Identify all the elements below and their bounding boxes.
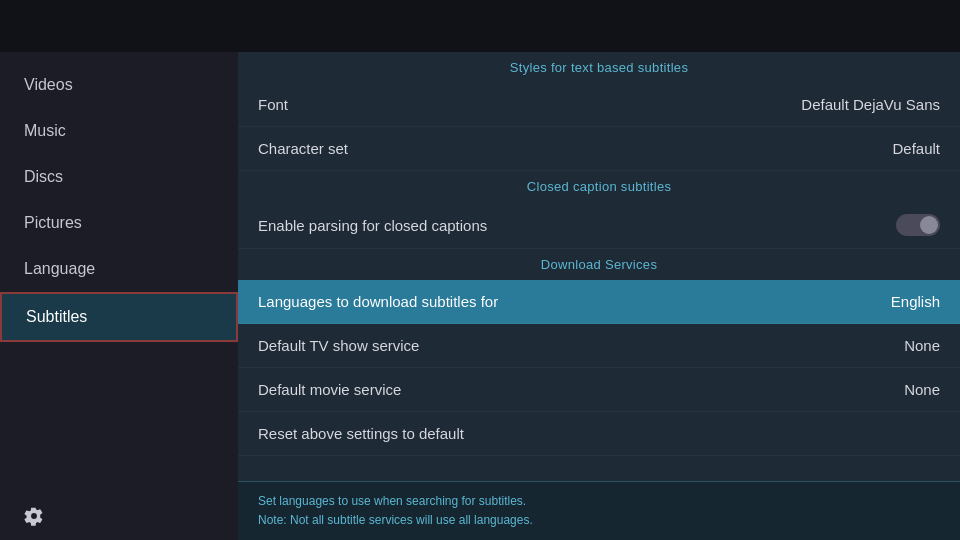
row-label-reset: Reset above settings to default <box>258 425 464 442</box>
sidebar-item-label: Discs <box>24 168 63 186</box>
row-label-languages-download: Languages to download subtitles for <box>258 293 498 310</box>
sidebar-item-language[interactable]: Language <box>0 246 238 292</box>
row-value-default-movie: None <box>904 381 940 398</box>
sidebar-item-videos[interactable]: Videos <box>0 62 238 108</box>
settings-row-character-set[interactable]: Character setDefault <box>238 127 960 171</box>
sidebar: VideosMusicDiscsPicturesLanguageSubtitle… <box>0 52 238 540</box>
sidebar-item-subtitles[interactable]: Subtitles <box>0 292 238 342</box>
settings-row-enable-parsing[interactable]: Enable parsing for closed captions <box>238 202 960 249</box>
settings-row-languages-download[interactable]: Languages to download subtitles forEngli… <box>238 280 960 324</box>
row-label-font: Font <box>258 96 288 113</box>
row-label-character-set: Character set <box>258 140 348 157</box>
sidebar-item-pictures[interactable]: Pictures <box>0 200 238 246</box>
section-header-text-subtitles: Styles for text based subtitles <box>238 52 960 83</box>
settings-row-reset[interactable]: Reset above settings to default <box>238 412 960 456</box>
sidebar-item-discs[interactable]: Discs <box>0 154 238 200</box>
row-label-enable-parsing: Enable parsing for closed captions <box>258 217 487 234</box>
settings-list: Styles for text based subtitlesFontDefau… <box>238 52 960 481</box>
sidebar-footer <box>0 492 238 540</box>
settings-row-default-movie[interactable]: Default movie serviceNone <box>238 368 960 412</box>
sidebar-item-label: Videos <box>24 76 73 94</box>
sidebar-item-label: Music <box>24 122 66 140</box>
section-header-closed-caption: Closed caption subtitles <box>238 171 960 202</box>
section-header-download-services: Download Services <box>238 249 960 280</box>
row-value-default-tv: None <box>904 337 940 354</box>
header <box>0 0 960 52</box>
settings-row-font[interactable]: FontDefault DejaVu Sans <box>238 83 960 127</box>
sidebar-item-label: Pictures <box>24 214 82 232</box>
row-value-character-set: Default <box>892 140 940 157</box>
row-label-default-tv: Default TV show service <box>258 337 419 354</box>
footer-line: Set languages to use when searching for … <box>258 492 940 511</box>
sidebar-nav: VideosMusicDiscsPicturesLanguageSubtitle… <box>0 52 238 342</box>
sidebar-item-label: Subtitles <box>26 308 87 326</box>
row-value-languages-download: English <box>891 293 940 310</box>
sidebar-item-label: Language <box>24 260 95 278</box>
footer-line: Note: Not all subtitle services will use… <box>258 511 940 530</box>
content-area: Styles for text based subtitlesFontDefau… <box>238 52 960 540</box>
row-value-font: Default DejaVu Sans <box>801 96 940 113</box>
sidebar-item-music[interactable]: Music <box>0 108 238 154</box>
settings-row-default-tv[interactable]: Default TV show serviceNone <box>238 324 960 368</box>
row-label-default-movie: Default movie service <box>258 381 401 398</box>
toggle-enable-parsing[interactable] <box>896 214 940 236</box>
gear-icon <box>24 506 44 526</box>
main-layout: VideosMusicDiscsPicturesLanguageSubtitle… <box>0 52 960 540</box>
content-footer: Set languages to use when searching for … <box>238 481 960 540</box>
